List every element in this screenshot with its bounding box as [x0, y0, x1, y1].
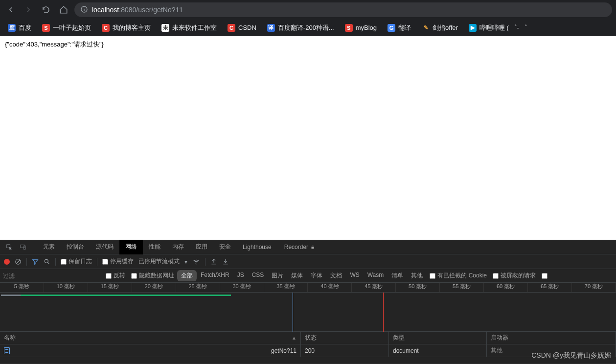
bookmark-icon: 译: [267, 24, 275, 32]
network-toolbar: 保留日志 停用缓存 已停用节流模式 ▾: [0, 254, 616, 269]
bookmark-item[interactable]: SmyBlog: [341, 22, 381, 34]
bookmark-label: CSDN: [238, 24, 256, 31]
bookmark-label: 百度: [19, 23, 31, 32]
filter-type-CSS[interactable]: CSS: [248, 270, 268, 281]
network-timeline[interactable]: 5 毫秒10 毫秒15 毫秒20 毫秒25 毫秒30 毫秒35 毫秒40 毫秒4…: [0, 283, 616, 332]
filter-type-Fetch/XHR[interactable]: Fetch/XHR: [197, 270, 233, 281]
tab-安全[interactable]: 安全: [213, 240, 237, 254]
site-info-icon[interactable]: [80, 5, 88, 15]
home-button[interactable]: [57, 3, 70, 17]
chevron-down-icon[interactable]: ▾: [184, 258, 187, 265]
device-icon[interactable]: [17, 244, 29, 250]
tab-控制台[interactable]: 控制台: [61, 240, 90, 254]
timeline-bar-green: [21, 295, 231, 296]
tab-应用[interactable]: 应用: [190, 240, 213, 254]
record-button[interactable]: [4, 259, 10, 265]
svg-point-9: [45, 259, 48, 263]
response-text: {"code":403,"message":"请求过快"}: [5, 41, 104, 48]
filter-type-Wasm[interactable]: Wasm: [364, 270, 388, 281]
preserve-log-checkbox[interactable]: 保留日志: [61, 257, 92, 266]
disable-cache-checkbox[interactable]: 停用缓存: [102, 257, 134, 266]
page-body: {"code":403,"message":"请求过快"}: [0, 36, 616, 221]
bookmark-label: 一叶子起始页: [53, 23, 91, 32]
hide-data-urls-checkbox[interactable]: 隐藏数据网址: [128, 272, 177, 280]
tab-性能[interactable]: 性能: [143, 240, 166, 254]
col-type[interactable]: 类型: [389, 332, 487, 344]
request-type: document: [389, 344, 487, 357]
tab-元素[interactable]: 元素: [37, 240, 61, 254]
network-table-header: 名称▲ 状态 类型 启动器: [0, 332, 616, 344]
svg-rect-4: [21, 245, 24, 248]
document-icon: [4, 347, 10, 354]
timeline-tick: 55 毫秒: [440, 283, 484, 292]
forward-button[interactable]: [22, 3, 35, 17]
inspect-icon[interactable]: [3, 244, 16, 250]
filter-type-JS[interactable]: JS: [233, 270, 248, 281]
bookmark-icon: C: [228, 24, 235, 32]
filter-input[interactable]: [0, 272, 103, 280]
timeline-tick: 20 毫秒: [132, 283, 176, 292]
watermark: CSDN @y我见青山多妩媚: [531, 351, 611, 360]
timeline-bar-gray: [1, 295, 21, 296]
tab-内存[interactable]: 内存: [166, 240, 190, 254]
bookmark-item[interactable]: C我的博客主页: [98, 22, 155, 34]
timeline-tick: 30 毫秒: [220, 283, 264, 292]
throttling-select[interactable]: 已停用节流模式: [138, 257, 180, 266]
back-button[interactable]: [4, 3, 18, 17]
timeline-tick: 10 毫秒: [44, 283, 88, 292]
bookmark-label: 我的博客主页: [113, 23, 151, 32]
filter-type-其他[interactable]: 其他: [407, 270, 427, 281]
url-bar[interactable]: localhost:8080/user/getNo?11: [74, 2, 612, 17]
timeline-tick: 25 毫秒: [176, 283, 220, 292]
invert-checkbox[interactable]: 反转: [103, 272, 128, 280]
tab-recorder[interactable]: Recorder: [278, 240, 321, 254]
bookmark-item[interactable]: 度百度: [4, 22, 35, 34]
filter-icon[interactable]: [32, 258, 39, 265]
devtools-panel: 元素控制台源代码网络性能内存应用安全Lighthouse Recorder 保留…: [0, 240, 616, 364]
filter-type-字体[interactable]: 字体: [307, 270, 326, 281]
clear-button[interactable]: [15, 258, 22, 265]
col-name[interactable]: 名称▲: [0, 332, 301, 344]
bookmark-icon: ▶: [469, 24, 477, 32]
table-row[interactable]: getNo?11 200 document 其他: [0, 344, 616, 357]
bookmark-icon: C: [102, 24, 110, 32]
timeline-tick: 60 毫秒: [484, 283, 528, 292]
network-filter-bar: 反转 隐藏数据网址 全部Fetch/XHRJSCSS图片媒体字体文档WSWasm…: [0, 269, 616, 283]
bookmark-item[interactable]: ▶哔哩哔哩 ( ゜- ゜: [465, 22, 531, 34]
timeline-tick: 50 毫秒: [396, 283, 440, 292]
reload-button[interactable]: [39, 3, 53, 17]
tab-Lighthouse[interactable]: Lighthouse: [237, 240, 277, 254]
url-path: /user/getNo?11: [136, 6, 183, 14]
timeline-tick: 35 毫秒: [264, 283, 308, 292]
filter-type-文档[interactable]: 文档: [326, 270, 346, 281]
tab-源代码[interactable]: 源代码: [90, 240, 119, 254]
request-status: 200: [301, 344, 389, 357]
bookmark-item[interactable]: ✎剑指offer: [418, 22, 462, 34]
bookmark-label: 未来软件工作室: [172, 23, 217, 32]
search-icon[interactable]: [44, 258, 50, 265]
filter-type-WS[interactable]: WS: [346, 270, 363, 281]
timeline-tick: 70 毫秒: [572, 283, 616, 292]
bookmark-item[interactable]: S一叶子起始页: [38, 22, 95, 34]
filter-type-媒体[interactable]: 媒体: [287, 270, 307, 281]
col-status[interactable]: 状态: [301, 332, 389, 344]
filter-type-全部[interactable]: 全部: [177, 270, 197, 281]
filter-type-清单[interactable]: 清单: [388, 270, 407, 281]
blocked-cookies-checkbox[interactable]: 有已拦截的 Cookie: [427, 272, 490, 280]
tab-网络[interactable]: 网络: [119, 240, 143, 254]
timeline-line-red: [383, 293, 384, 332]
sort-icon: ▲: [292, 335, 297, 341]
bookmark-item[interactable]: 未未来软件工作室: [158, 22, 221, 34]
svg-line-8: [17, 260, 20, 263]
col-initiator[interactable]: 启动器: [487, 332, 616, 344]
download-icon[interactable]: [222, 258, 229, 265]
bookmark-label: 翻译: [398, 23, 411, 32]
url-host: localhost: [92, 6, 119, 14]
upload-icon[interactable]: [210, 258, 217, 265]
filter-type-图片[interactable]: 图片: [268, 270, 287, 281]
bookmark-item[interactable]: 译百度翻译-200种语...: [263, 22, 338, 34]
blocked-requests-checkbox[interactable]: 被屏蔽的请求: [490, 272, 539, 280]
bookmark-item[interactable]: CCSDN: [224, 22, 260, 34]
bookmark-item[interactable]: G翻译: [384, 22, 415, 34]
wifi-icon[interactable]: [192, 258, 200, 265]
